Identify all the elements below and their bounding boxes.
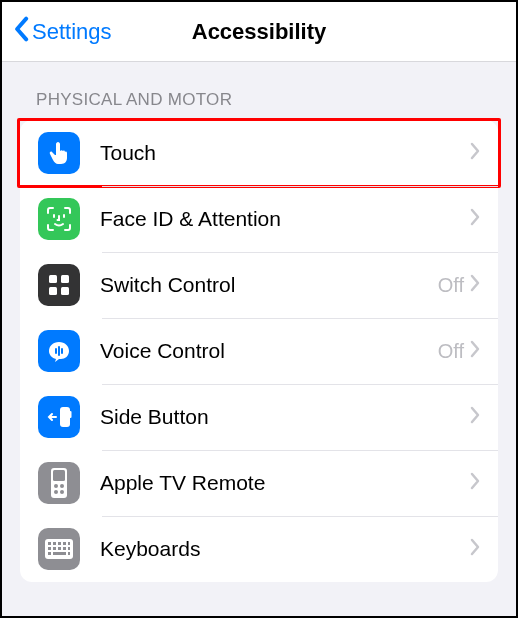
svg-rect-29 xyxy=(53,552,66,555)
svg-rect-5 xyxy=(61,287,69,295)
svg-rect-21 xyxy=(63,542,66,545)
chevron-right-icon xyxy=(470,538,480,560)
svg-rect-19 xyxy=(53,542,56,545)
svg-rect-28 xyxy=(48,552,51,555)
svg-rect-2 xyxy=(49,275,57,283)
svg-rect-12 xyxy=(53,470,65,481)
apple-tv-remote-icon xyxy=(38,462,80,504)
svg-rect-6 xyxy=(55,348,57,354)
svg-point-13 xyxy=(54,484,58,488)
chevron-right-icon xyxy=(470,208,480,230)
chevron-right-icon xyxy=(470,406,480,428)
voice-control-icon xyxy=(38,330,80,372)
svg-rect-26 xyxy=(63,547,66,550)
row-value: Off xyxy=(438,274,464,297)
svg-rect-3 xyxy=(61,275,69,283)
chevron-right-icon xyxy=(470,472,480,494)
svg-point-15 xyxy=(54,490,58,494)
page-title: Accessibility xyxy=(192,19,327,45)
back-button[interactable]: Settings xyxy=(2,16,112,48)
row-label: Switch Control xyxy=(100,273,438,297)
row-label: Voice Control xyxy=(100,339,438,363)
svg-rect-7 xyxy=(58,346,60,356)
svg-rect-22 xyxy=(68,542,70,545)
svg-rect-18 xyxy=(48,542,51,545)
svg-rect-4 xyxy=(49,287,57,295)
row-label: Keyboards xyxy=(100,537,470,561)
keyboard-icon xyxy=(38,528,80,570)
row-apple-tv-remote[interactable]: Apple TV Remote xyxy=(20,450,498,516)
side-button-icon xyxy=(38,396,80,438)
svg-point-14 xyxy=(60,484,64,488)
chevron-right-icon xyxy=(470,142,480,164)
svg-rect-30 xyxy=(68,552,70,555)
nav-header: Settings Accessibility xyxy=(2,2,516,62)
chevron-right-icon xyxy=(470,340,480,362)
back-label: Settings xyxy=(32,19,112,45)
row-touch[interactable]: Touch xyxy=(20,120,498,186)
settings-list: Touch Face ID & Attention xyxy=(20,120,498,582)
chevron-right-icon xyxy=(470,274,480,296)
switch-control-icon xyxy=(38,264,80,306)
touch-icon xyxy=(38,132,80,174)
section-header: PHYSICAL AND MOTOR xyxy=(2,90,516,120)
row-keyboards[interactable]: Keyboards xyxy=(20,516,498,582)
row-label: Side Button xyxy=(100,405,470,429)
svg-rect-23 xyxy=(48,547,51,550)
row-voice-control[interactable]: Voice Control Off xyxy=(20,318,498,384)
face-id-icon xyxy=(38,198,80,240)
svg-rect-27 xyxy=(68,547,70,550)
svg-rect-20 xyxy=(58,542,61,545)
row-switch-control[interactable]: Switch Control Off xyxy=(20,252,498,318)
row-label: Touch xyxy=(100,141,470,165)
content-area: PHYSICAL AND MOTOR Touch Face ID & Att xyxy=(2,62,516,616)
svg-rect-9 xyxy=(60,407,70,427)
svg-rect-25 xyxy=(58,547,61,550)
svg-rect-8 xyxy=(61,348,63,354)
row-side-button[interactable]: Side Button xyxy=(20,384,498,450)
svg-point-16 xyxy=(60,490,64,494)
svg-rect-24 xyxy=(53,547,56,550)
row-face-id-attention[interactable]: Face ID & Attention xyxy=(20,186,498,252)
row-value: Off xyxy=(438,340,464,363)
chevron-left-icon xyxy=(12,16,30,48)
row-label: Apple TV Remote xyxy=(100,471,470,495)
row-label: Face ID & Attention xyxy=(100,207,470,231)
